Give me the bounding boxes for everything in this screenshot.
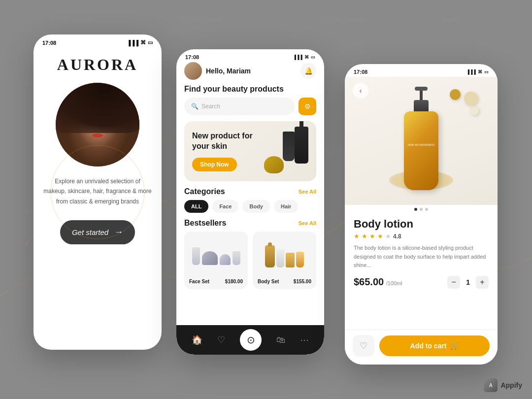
- banner-image: [264, 129, 308, 173]
- battery-icon-2: ▭: [311, 55, 315, 60]
- search-icon: 🔍: [191, 103, 199, 110]
- home-nav-icon[interactable]: 🏠: [192, 334, 202, 345]
- heart-icon: ♡: [360, 340, 367, 351]
- phone-product: 17:08 ▐▐▐ ⌘ ▭ ‹: [345, 64, 498, 365]
- price-section: $65.00 /100ml: [354, 276, 402, 288]
- category-all[interactable]: ALL: [184, 200, 208, 213]
- product-description: The body lotion is a silicone-based styl…: [354, 244, 489, 270]
- search-placeholder: Search: [201, 103, 220, 110]
- face-set-price: $180.00: [225, 279, 243, 284]
- body-set-bottles: [265, 245, 304, 267]
- banner-left: New product for your skin Shop Now: [192, 131, 264, 171]
- signal-icon-2: ▐▐▐: [293, 55, 302, 60]
- bottle-body: [404, 111, 438, 190]
- body-bottle-gold-icon: [296, 252, 304, 267]
- price-unit: /100ml: [386, 280, 402, 286]
- rating-value: 4.8: [393, 233, 401, 240]
- status-bar-3: 17:08 ▐▐▐ ⌘ ▭: [345, 64, 498, 77]
- search-box[interactable]: 🔍 Search: [184, 98, 295, 115]
- watermark-3: 官方微信 Appify: [320, 15, 366, 24]
- bestsellers-label: Bestsellers: [184, 219, 226, 228]
- categories-header: Categories See All: [184, 187, 316, 196]
- watermark-2: 官方微信 Appify: [177, 15, 223, 24]
- quantity-control: − 1 +: [447, 276, 489, 289]
- body-small-icon: [286, 253, 295, 267]
- signal-icon: ▐▐▐: [127, 40, 138, 46]
- tube-icon: [192, 247, 200, 265]
- product-content: ‹ Body lotion ★: [345, 77, 498, 355]
- wifi-icon-2: ⌘: [304, 55, 309, 60]
- battery-icon-3: ▭: [484, 69, 489, 74]
- quantity-value: 1: [466, 278, 470, 286]
- signal-icon-3: ▐▐▐: [466, 69, 476, 74]
- carousel-indicators: [345, 205, 498, 212]
- favorites-nav-icon[interactable]: ♡: [217, 334, 225, 345]
- dot-3[interactable]: [425, 208, 428, 211]
- user-info: Hello, Mariam: [184, 62, 251, 80]
- body-set-name: Body Set: [258, 279, 279, 284]
- bestsellers-see-all[interactable]: See All: [299, 220, 316, 226]
- phone-splash: 17:08 ▐▐▐ ⌘ ▭ AURORA Explore an unrivale…: [33, 34, 162, 350]
- star-2: ★: [362, 233, 367, 240]
- swatch-cream[interactable]: [464, 92, 478, 105]
- categories-see-all[interactable]: See All: [299, 189, 316, 195]
- body-bottle-icon: [265, 245, 275, 267]
- category-face[interactable]: Face: [212, 200, 238, 213]
- rating-row: ★ ★ ★ ★ ★ 4.8: [354, 233, 489, 240]
- time-1: 17:08: [42, 40, 56, 46]
- product-card-body[interactable]: Body Set $155.00: [253, 232, 316, 289]
- jar-large-icon: [202, 251, 218, 265]
- battery-icon: ▭: [148, 39, 153, 46]
- appify-badge: A Appify: [484, 378, 522, 392]
- product-price: $65.00: [354, 276, 384, 287]
- add-to-cart-label: Add to cart: [410, 342, 447, 350]
- star-4: ★: [377, 233, 383, 240]
- product-bottle: [394, 92, 448, 190]
- shop-now-button[interactable]: Shop Now: [192, 158, 237, 171]
- notification-button[interactable]: 🔔: [300, 63, 316, 79]
- watermark-1: 官方微信 Appify: [49, 15, 95, 24]
- product-hero: ‹: [345, 77, 498, 205]
- camera-nav-button[interactable]: ⊙: [240, 329, 262, 351]
- back-button[interactable]: ‹: [353, 83, 368, 99]
- splash-content: AURORA Explore an unrivaled selection of…: [33, 48, 162, 244]
- star-3: ★: [369, 233, 375, 240]
- wishlist-button[interactable]: ♡: [353, 335, 374, 357]
- price-quantity-row: $65.00 /100ml − 1 +: [354, 276, 489, 289]
- body-set-image: [258, 236, 311, 276]
- add-to-cart-section: ♡ Add to cart 🛒: [345, 330, 498, 365]
- categories-label: Categories: [184, 187, 225, 196]
- quantity-increase[interactable]: +: [476, 276, 489, 289]
- filter-button[interactable]: ⚙: [299, 98, 316, 115]
- golden-object-icon: [264, 156, 284, 173]
- cart-nav-icon[interactable]: 🛍: [276, 335, 285, 345]
- tube-small-icon: [233, 251, 240, 265]
- swatch-gold[interactable]: [450, 89, 461, 100]
- greeting-text: Hello, Mariam: [206, 67, 251, 75]
- status-bar-1: 17:08 ▐▐▐ ⌘ ▭: [33, 34, 162, 48]
- menu-nav-icon[interactable]: ⋯: [300, 334, 309, 345]
- page-title: Find your beauty products: [184, 85, 316, 94]
- svg-point-0: [51, 145, 144, 239]
- quantity-decrease[interactable]: −: [447, 276, 460, 289]
- status-icons-3: ▐▐▐ ⌘ ▭: [466, 69, 489, 74]
- cart-icon: 🛒: [450, 342, 459, 350]
- body-tube-icon: [276, 249, 284, 267]
- product-card-face[interactable]: Face Set $180.00: [184, 232, 248, 289]
- promo-banner[interactable]: New product for your skin Shop Now: [184, 121, 316, 181]
- add-to-cart-button[interactable]: Add to cart 🛒: [379, 335, 490, 356]
- category-body[interactable]: Body: [242, 200, 270, 213]
- wifi-icon-3: ⌘: [478, 69, 482, 74]
- dot-2[interactable]: [420, 208, 423, 211]
- swatch-light[interactable]: [470, 106, 479, 115]
- circle-decoration: [43, 143, 152, 241]
- category-hair[interactable]: Hair: [274, 200, 298, 213]
- user-header: Hello, Mariam 🔔: [184, 62, 316, 80]
- star-5: ★: [385, 233, 391, 240]
- face-set-image: [189, 236, 243, 276]
- appify-label: Appify: [500, 381, 522, 389]
- jar-small-icon: [220, 254, 231, 265]
- wifi-icon: ⌘: [140, 39, 146, 46]
- star-1: ★: [354, 233, 360, 240]
- dot-1[interactable]: [414, 208, 417, 211]
